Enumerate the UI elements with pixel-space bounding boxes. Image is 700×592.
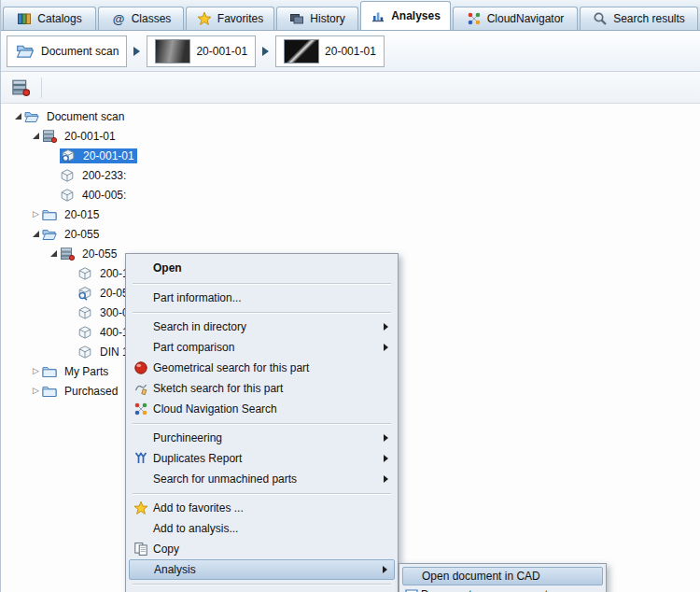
folder-icon <box>42 364 58 379</box>
favorites-star-icon <box>197 11 212 26</box>
catalogs-icon <box>17 11 32 26</box>
menu-separator <box>133 312 391 313</box>
menu-item-geometrical-search[interactable]: Geometrical search for this part <box>129 358 395 378</box>
tab-label: Favorites <box>217 12 263 25</box>
submenu-arrow-icon <box>383 566 387 573</box>
tab-label: Analyses <box>391 9 441 22</box>
tab-label: History <box>310 12 344 25</box>
tab-bar: Catalogs Classes Favorites History Analy… <box>1 0 700 31</box>
tree-item-label: Document scan <box>44 109 127 124</box>
toolbar-divider <box>41 78 42 98</box>
tree-selection: 20-001-01 <box>60 148 137 163</box>
part-search-icon <box>77 286 93 301</box>
submenu-arrow-icon <box>384 434 388 442</box>
menu-item-part-information[interactable]: Part information... <box>129 288 395 308</box>
submenu-item-document-scan-comments[interactable]: Document scan comments... <box>402 585 603 592</box>
folder-open-icon <box>24 109 40 124</box>
breadcrumb: Document scan 20-001-01 20-001-01 <box>1 31 700 72</box>
tab-label: CloudNavigator <box>487 12 565 25</box>
tree-item[interactable]: 20-015 <box>1 204 700 224</box>
tab-label: Catalogs <box>37 12 81 25</box>
part-thumbnail <box>155 39 190 63</box>
menu-item-open[interactable]: Open <box>129 257 395 279</box>
menu-item-search-in-directory[interactable]: Search in directory <box>129 317 395 337</box>
tab-history[interactable]: History <box>276 7 358 30</box>
submenu-item-open-in-cad[interactable]: Open document in CAD <box>402 567 603 585</box>
menu-item-generate-images[interactable]: Generate image data/preview images <box>129 588 395 592</box>
tree-item[interactable]: 400-005: <box>1 185 700 204</box>
analysis-submenu: Open document in CAD Document scan comme… <box>399 563 607 592</box>
cloud-navigation-icon <box>133 402 148 416</box>
tab-favorites[interactable]: Favorites <box>186 7 274 30</box>
expander-icon[interactable] <box>30 387 42 395</box>
folder-open-icon <box>42 227 58 242</box>
tab-label: Search results <box>613 12 685 25</box>
menu-item-copy[interactable]: Copy <box>129 539 395 559</box>
analyses-chart-icon <box>371 8 385 23</box>
breadcrumb-label: 20-001-01 <box>325 45 376 58</box>
tab-analyses[interactable]: Analyses <box>360 1 451 30</box>
tree-item[interactable]: 20-001-01 <box>1 126 700 146</box>
expander-icon[interactable] <box>12 113 24 120</box>
menu-separator <box>133 423 391 424</box>
submenu-arrow-icon <box>384 475 388 483</box>
tab-catalogs[interactable]: Catalogs <box>3 7 96 30</box>
breadcrumb-arrow-icon <box>262 47 269 56</box>
context-menu: Open Part information... Search in direc… <box>125 253 399 592</box>
submenu-arrow-icon <box>384 344 388 351</box>
expander-icon[interactable] <box>30 133 42 139</box>
app-window: Catalogs Classes Favorites History Analy… <box>0 0 700 592</box>
breadcrumb-item-part[interactable]: 20-001-01 <box>275 35 385 67</box>
menu-separator <box>133 493 391 494</box>
submenu-arrow-icon <box>384 455 388 462</box>
history-icon <box>289 11 304 26</box>
tab-search-results[interactable]: Search results <box>580 7 698 30</box>
part-cube-icon <box>77 305 93 320</box>
menu-item-add-to-analysis[interactable]: Add to analysis... <box>129 518 395 539</box>
menu-item-sketch-search[interactable]: Sketch search for this part <box>129 378 395 399</box>
folder-icon <box>15 42 35 60</box>
expander-icon[interactable] <box>30 231 42 237</box>
tree-item[interactable]: 20-055 <box>1 224 700 244</box>
part-cube-icon <box>77 325 93 340</box>
menu-item-purchineering[interactable]: Purchineering <box>129 428 395 448</box>
tree-item-label: My Parts <box>62 364 111 379</box>
main-area: Document scan 20-001-01 20-001-01 200-23… <box>1 104 700 592</box>
search-icon <box>593 11 608 26</box>
part-search-icon <box>61 148 77 163</box>
breadcrumb-label: 20-001-01 <box>196 45 247 58</box>
menu-separator <box>133 283 391 284</box>
folder-icon <box>42 384 58 399</box>
breadcrumb-label: Document scan <box>41 45 119 58</box>
tab-cloudnavigator[interactable]: CloudNavigator <box>453 7 578 30</box>
tree-item-selected[interactable]: 20-001-01 <box>1 146 700 165</box>
tree-item-label: 20-015 <box>62 207 102 222</box>
menu-item-duplicates-report[interactable]: Duplicates Report <box>129 448 395 469</box>
document-scan-tool-icon[interactable] <box>8 76 33 100</box>
tree-item-document-scan[interactable]: Document scan <box>1 106 700 126</box>
expander-icon[interactable] <box>30 210 42 218</box>
copy-icon <box>133 542 148 557</box>
favorites-star-icon <box>133 500 148 515</box>
breadcrumb-arrow-icon <box>133 47 140 56</box>
menu-item-part-comparison[interactable]: Part comparison <box>129 337 395 358</box>
tab-classes[interactable]: Classes <box>98 7 184 30</box>
breadcrumb-item-assembly[interactable]: 20-001-01 <box>147 35 256 67</box>
comment-icon <box>404 587 419 592</box>
menu-item-add-to-favorites[interactable]: Add to favorites ... <box>129 498 395 518</box>
part-cube-icon <box>60 188 76 203</box>
part-thumbnail <box>284 39 319 63</box>
cloudnavigator-icon <box>467 11 482 26</box>
expander-icon[interactable] <box>30 367 42 375</box>
tree-item-label: 20-055 <box>62 227 102 242</box>
menu-item-analysis[interactable]: Analysis <box>129 559 395 580</box>
part-cube-icon <box>77 266 93 281</box>
part-cube-icon <box>77 345 93 359</box>
menu-item-search-unmachined-parts[interactable]: Search for unmachined parts <box>129 469 395 489</box>
menu-item-cloud-navigation-search[interactable]: Cloud Navigation Search <box>129 399 395 419</box>
breadcrumb-item-document-scan[interactable]: Document scan <box>7 35 127 67</box>
tree-item-label: 200-233: <box>79 168 129 183</box>
tree-item[interactable]: 200-233: <box>1 165 700 185</box>
document-scan-icon <box>42 129 58 144</box>
expander-icon[interactable] <box>48 250 60 257</box>
